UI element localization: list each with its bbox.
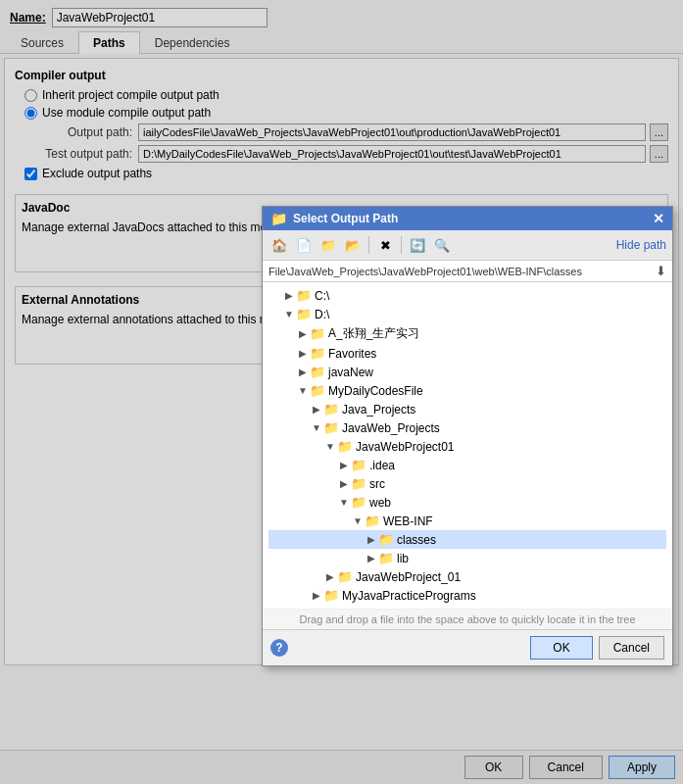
tree-label-javawebproject01-alt: JavaWebProject_01: [356, 570, 461, 584]
dialog-titlebar: 📁 Select Output Path ✕: [263, 207, 672, 230]
tree-toggle-webinf[interactable]: ▼: [351, 515, 365, 526]
tree-toggle-java-projects[interactable]: ▶: [310, 404, 323, 415]
path-display-bar: File\JavaWeb_Projects\JavaWebProject01\w…: [263, 261, 672, 282]
dialog-bottom: ? OK Cancel: [263, 629, 672, 665]
dialog-close-button[interactable]: ✕: [653, 211, 664, 226]
toolbar-home-button[interactable]: 🏠: [268, 234, 290, 256]
tree-item-javawebproject01[interactable]: ▼ 📁 JavaWebProject01: [268, 437, 666, 456]
dialog-title-label: Select Output Path: [293, 212, 398, 225]
tree-toggle-javaweb-projects[interactable]: ▼: [310, 422, 323, 433]
tree-label-c: C:\: [315, 289, 329, 303]
tree-toggle-idea[interactable]: ▶: [337, 460, 351, 470]
tree-label-web: web: [369, 496, 391, 510]
tree-item-d[interactable]: ▼ 📁 D:\: [268, 305, 666, 323]
tree-label-webinf: WEB-INF: [383, 514, 433, 528]
tree-label-lib: lib: [397, 552, 409, 565]
tree-label-java-projects: Java_Projects: [342, 403, 415, 416]
select-output-path-dialog: 📁 Select Output Path ✕ 🏠 📄 📁 📂 ✖ 🔄 🔍 Hid…: [262, 206, 673, 666]
dialog-toolbar: 🏠 📄 📁 📂 ✖ 🔄 🔍 Hide path: [263, 230, 672, 261]
folder-icon-idea: 📁: [351, 458, 366, 472]
toolbar-folder-up-button[interactable]: 📂: [342, 234, 364, 256]
folder-icon-d: 📁: [296, 307, 312, 321]
tree-item-classes[interactable]: ▶ 📁 classes: [268, 530, 666, 549]
folder-icon-javawebproject01-alt: 📁: [337, 569, 353, 584]
hide-path-link[interactable]: Hide path: [616, 238, 666, 252]
tree-item-lib[interactable]: ▶ 📁 lib: [268, 549, 666, 567]
folder-icon-java-projects: 📁: [323, 402, 339, 416]
tree-label-d: D:\: [315, 308, 329, 321]
tree-label-favorites: Favorites: [328, 347, 376, 361]
toolbar-delete-button[interactable]: ✖: [374, 234, 396, 256]
drag-hint: Drag and drop a file into the space abov…: [263, 609, 672, 629]
toolbar-refresh-button[interactable]: 🔄: [407, 234, 428, 256]
tree-item-javawebproject01-alt[interactable]: ▶ 📁 JavaWebProject_01: [268, 567, 666, 586]
tree-label-a: A_张翔_生产实习: [328, 325, 419, 342]
folder-icon-src: 📁: [351, 476, 366, 491]
path-display-text: File\JavaWeb_Projects\JavaWebProject01\w…: [268, 266, 652, 277]
tree-area[interactable]: ▶ 📁 C:\ ▼ 📁 D:\ ▶ 📁 A_张翔_生产实习: [263, 282, 672, 609]
tree-item-mydailycodesfile[interactable]: ▼ 📁 MyDailyCodesFile: [268, 381, 666, 400]
tree-label-javawebproject01: JavaWebProject01: [356, 440, 455, 454]
toolbar-expand-button[interactable]: 🔍: [431, 234, 453, 256]
tree-item-favorites[interactable]: ▶ 📁 Favorites: [268, 344, 666, 363]
tree-item-webinf[interactable]: ▼ 📁 WEB-INF: [268, 512, 666, 530]
tree-toggle-javanew[interactable]: ▶: [296, 367, 310, 377]
tree-toggle-web[interactable]: ▼: [337, 497, 351, 508]
tree-item-web[interactable]: ▼ 📁 web: [268, 493, 666, 512]
tree-toggle-classes[interactable]: ▶: [365, 534, 378, 545]
tree-item-javanew[interactable]: ▶ 📁 javaNew: [268, 363, 666, 381]
tree-item-java-projects[interactable]: ▶ 📁 Java_Projects: [268, 400, 666, 418]
tree-label-classes: classes: [397, 533, 436, 547]
tree-item-a[interactable]: ▶ 📁 A_张翔_生产实习: [268, 323, 666, 344]
main-panel: Name: Sources Paths Dependencies Compile…: [0, 0, 683, 784]
folder-icon-lib: 📁: [378, 551, 394, 565]
tree-toggle-favorites[interactable]: ▶: [296, 348, 310, 359]
tree-toggle-javawebproject01-alt[interactable]: ▶: [323, 571, 337, 582]
tree-item-idea[interactable]: ▶ 📁 .idea: [268, 456, 666, 474]
path-display-browse-icon[interactable]: ⬇: [656, 264, 666, 278]
folder-icon-javanew: 📁: [310, 365, 325, 379]
dialog-cancel-button[interactable]: Cancel: [599, 636, 664, 660]
tree-label-idea: .idea: [369, 459, 395, 472]
folder-icon-a: 📁: [310, 326, 325, 341]
toolbar-sep1: [368, 236, 369, 254]
folder-icon-favorites: 📁: [310, 346, 325, 361]
tree-label-src: src: [369, 477, 385, 491]
dialog-overlay: 📁 Select Output Path ✕ 🏠 📄 📁 📂 ✖ 🔄 🔍 Hid…: [0, 0, 683, 784]
tree-label-javaweb-projects: JavaWeb_Projects: [342, 421, 440, 435]
toolbar-new-file-button[interactable]: 📄: [293, 234, 315, 256]
folder-icon-web: 📁: [351, 495, 366, 510]
tree-item-javaweb-projects[interactable]: ▼ 📁 JavaWeb_Projects: [268, 418, 666, 437]
tree-label-mypractice: MyJavaPracticePrograms: [342, 589, 476, 603]
toolbar-sep2: [401, 236, 402, 254]
folder-icon-mydailycodesfile: 📁: [310, 383, 325, 398]
folder-icon-classes: 📁: [378, 532, 394, 547]
toolbar-new-folder-button[interactable]: 📁: [317, 234, 339, 256]
tree-item-mypractice[interactable]: ▶ 📁 MyJavaPracticePrograms: [268, 586, 666, 605]
tree-toggle-mypractice[interactable]: ▶: [310, 590, 323, 601]
tree-label-javanew: javaNew: [328, 366, 373, 379]
dialog-ok-button[interactable]: OK: [530, 636, 592, 660]
folder-icon-webinf: 📁: [365, 514, 380, 528]
tree-toggle-d[interactable]: ▼: [282, 309, 296, 319]
tree-toggle-a[interactable]: ▶: [296, 328, 310, 339]
tree-item-src[interactable]: ▶ 📁 src: [268, 474, 666, 493]
tree-toggle-lib[interactable]: ▶: [365, 553, 378, 564]
folder-icon-javawebproject01: 📁: [337, 439, 353, 454]
tree-toggle-javawebproject01[interactable]: ▼: [323, 441, 337, 452]
tree-label-mydailycodesfile: MyDailyCodesFile: [328, 384, 423, 398]
dialog-title-icon: 📁: [270, 211, 287, 226]
folder-icon-javaweb-projects: 📁: [323, 420, 339, 435]
tree-toggle-c[interactable]: ▶: [282, 290, 296, 301]
folder-icon-mypractice: 📁: [323, 588, 339, 603]
tree-item-c[interactable]: ▶ 📁 C:\: [268, 286, 666, 305]
help-icon[interactable]: ?: [270, 639, 288, 657]
tree-toggle-mydailycodesfile[interactable]: ▼: [296, 385, 310, 396]
tree-toggle-src[interactable]: ▶: [337, 478, 351, 489]
folder-icon-c: 📁: [296, 288, 312, 303]
